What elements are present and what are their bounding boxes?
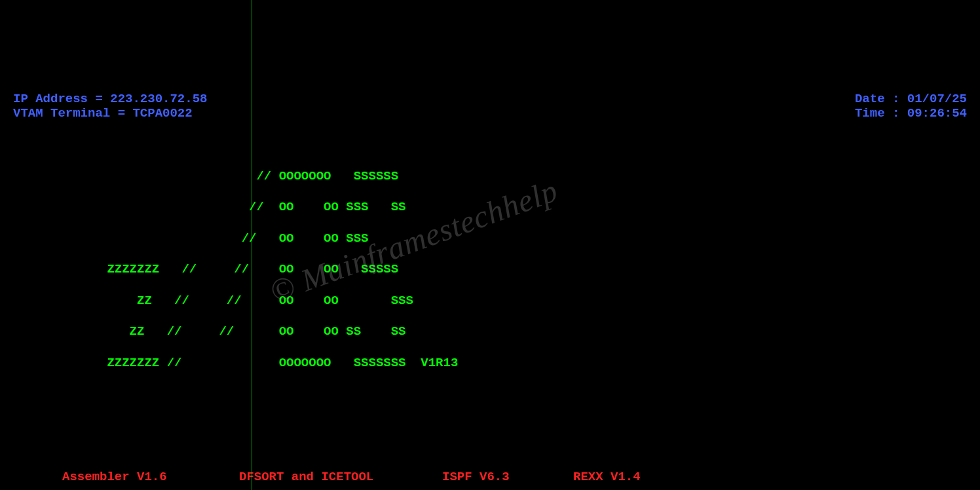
vertical-divider <box>252 0 252 490</box>
ascii-line: ZZ // // OO OO SS SS <box>62 324 967 340</box>
product-row: Assembler V1.6DFSORT and ICETOOLISPF V6.… <box>62 468 967 486</box>
time-label: Time : <box>855 106 907 121</box>
product-item: Assembler V1.6 <box>62 468 239 486</box>
header: IP Address = 223.230.72.58 VTAM Terminal… <box>13 92 967 121</box>
ascii-line: // OO OO SSS <box>62 231 967 247</box>
products-list: Assembler V1.6DFSORT and ICETOOLISPF V6.… <box>13 434 967 490</box>
time-value: 09:26:54 <box>907 106 967 121</box>
ip-label: IP Address = <box>13 92 110 106</box>
vtam-value: TCPA0022 <box>132 106 192 121</box>
product-item: ISPF V6.3 <box>442 468 573 486</box>
ip-value: 223.230.72.58 <box>110 92 207 106</box>
date-label: Date : <box>855 92 907 106</box>
vtam-label: VTAM Terminal = <box>13 106 132 121</box>
ascii-line: ZZ // // OO OO SSS <box>62 293 967 309</box>
ascii-line: ZZZZZZZ // // OO OO SSSSS <box>62 262 967 278</box>
ascii-line: // OOOOOOO SSSSSS <box>62 169 967 185</box>
ascii-line: ZZZZZZZ // OOOOOOO SSSSSSS V1R13 <box>62 356 967 371</box>
product-item: DFSORT and ICETOOL <box>239 468 442 486</box>
ascii-line: // OO OO SSS SS <box>62 200 967 216</box>
product-item: REXX V1.4 <box>573 468 641 486</box>
date-value: 01/07/25 <box>907 92 967 106</box>
zos-ascii-logo: // OOOOOOO SSSSSS // OO OO SSS SS // OO … <box>13 153 967 386</box>
